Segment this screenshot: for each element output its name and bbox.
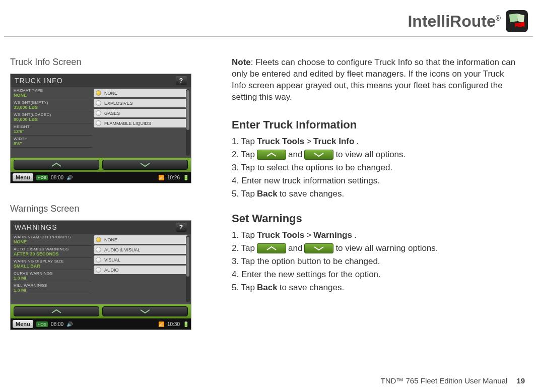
scroll-up-icon — [257, 243, 286, 253]
volume-icon: 🔊 — [66, 175, 73, 180]
hazmat-options: NONE EXPLOSIVES GASES FLAMMABLE LIQUIDS — [92, 87, 191, 158]
instruction-step: 2. Tap and to view all options. — [232, 150, 517, 160]
instruction-step: 1. Tap Truck Tools > Warnings. — [232, 230, 517, 240]
menu-button[interactable]: Menu — [13, 173, 33, 181]
option-none[interactable]: NONE — [94, 235, 188, 244]
hos-badge: HOS — [36, 175, 48, 180]
hos-badge: HOS — [36, 321, 48, 327]
option-none[interactable]: NONE — [94, 89, 188, 97]
scrollbar[interactable] — [186, 89, 190, 156]
battery-icon: 🔋 — [183, 175, 189, 180]
svg-point-3 — [521, 26, 524, 29]
wifi-icon: 📶 — [158, 321, 164, 327]
scroll-up-button[interactable] — [14, 306, 99, 316]
screen-title: TRUCK INFO — [15, 77, 63, 85]
enter-truck-info-heading: Enter Truck Information — [232, 118, 517, 132]
option-gases[interactable]: GASES — [94, 109, 188, 117]
instruction-step: 4. Enter new truck information settings. — [232, 176, 517, 186]
scroll-down-button[interactable] — [102, 306, 188, 316]
scroll-up-button[interactable] — [14, 160, 99, 170]
time-left: 08:00 — [51, 175, 63, 180]
warnings-caption: Warnings Screen — [10, 204, 202, 214]
instruction-step: 5. Tap Back to save changes. — [232, 189, 517, 199]
instruction-step: 2. Tap and to view all warning options. — [232, 243, 517, 253]
scroll-down-icon — [304, 243, 333, 253]
instruction-step: 1. Tap Truck Tools > Truck Info. — [232, 137, 517, 147]
time-left: 08:00 — [51, 321, 63, 327]
truck-info-screenshot: TRUCK INFO ? HAZMAT TYPENONE WEIGHT(EMPT… — [10, 74, 191, 183]
truck-info-caption: Truck Info Screen — [10, 57, 202, 68]
warnings-fields: WARNING/ALERT PROMPTSNONE AUTO DISMISS W… — [11, 234, 92, 304]
option-audio-visual[interactable]: AUDIO & VISUAL — [94, 245, 188, 254]
menu-button[interactable]: Menu — [13, 320, 33, 328]
note-paragraph: Note: Fleets can choose to configure Tru… — [232, 57, 517, 103]
instruction-step: 3. Tap to select the options to be chang… — [232, 163, 517, 173]
scroll-down-button[interactable] — [102, 160, 188, 170]
help-icon[interactable]: ? — [176, 76, 187, 85]
time-right: 10:26 — [167, 175, 180, 180]
help-icon[interactable]: ? — [176, 223, 187, 232]
option-visual[interactable]: VISUAL — [94, 255, 188, 264]
time-right: 10:30 — [167, 321, 180, 327]
volume-icon: 🔊 — [66, 321, 73, 327]
product-title: IntelliRoute® — [408, 12, 501, 31]
instruction-step: 3. Tap the option button to be changed. — [232, 256, 517, 267]
footer: TND™ 765 Fleet Edition User Manual19 — [381, 376, 525, 385]
scrollbar[interactable] — [186, 236, 190, 302]
svg-rect-0 — [515, 23, 521, 27]
svg-point-2 — [516, 26, 518, 29]
option-flammable[interactable]: FLAMMABLE LIQUIDS — [94, 119, 188, 127]
scroll-down-icon — [304, 150, 333, 160]
wifi-icon: 📶 — [158, 175, 164, 180]
battery-icon: 🔋 — [183, 321, 189, 327]
set-warnings-heading: Set Warnings — [232, 212, 517, 225]
instruction-step: 4. Enter the new settings for the option… — [232, 270, 517, 280]
truck-info-fields: HAZMAT TYPENONE WEIGHT(EMPTY)33,000 LBS … — [11, 87, 92, 158]
warnings-screenshot: WARNINGS ? WARNING/ALERT PROMPTSNONE AUT… — [10, 220, 191, 330]
option-explosives[interactable]: EXPLOSIVES — [94, 99, 188, 107]
option-audio[interactable]: AUDIO — [94, 266, 188, 274]
scroll-up-icon — [257, 150, 286, 160]
app-icon — [506, 10, 528, 32]
instruction-step: 5. Tap Back to save changes. — [232, 283, 517, 293]
screen-title: WARNINGS — [15, 223, 57, 231]
prompt-options: NONE AUDIO & VISUAL VISUAL AUDIO — [92, 234, 191, 304]
